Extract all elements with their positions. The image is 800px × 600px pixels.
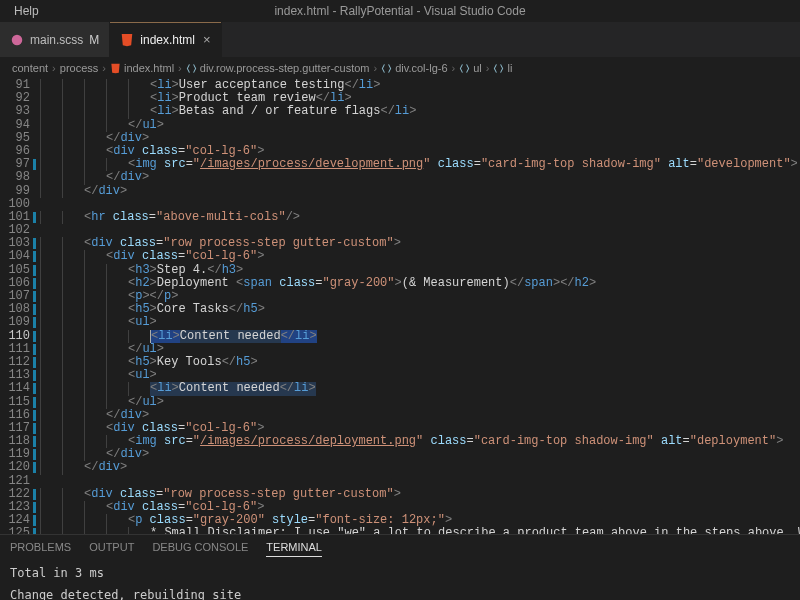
html-icon bbox=[120, 33, 134, 47]
menu-bar: Help bbox=[0, 0, 800, 22]
menu-help[interactable]: Help bbox=[8, 2, 45, 20]
modified-indicator: M bbox=[89, 33, 99, 47]
breadcrumb-seg[interactable]: content bbox=[12, 62, 48, 74]
panel-tab-output[interactable]: OUTPUT bbox=[89, 541, 134, 557]
breadcrumb-seg[interactable]: process bbox=[60, 62, 99, 74]
editor-tabs: main.scss M index.html × bbox=[0, 22, 800, 57]
panel-tab-terminal[interactable]: TERMINAL bbox=[266, 541, 322, 557]
breadcrumb-seg[interactable]: li bbox=[493, 62, 512, 74]
panel-tabs: PROBLEMS OUTPUT DEBUG CONSOLE TERMINAL bbox=[0, 535, 800, 560]
code-editor[interactable]: 9192939495969798991001011021031041051061… bbox=[0, 79, 800, 534]
brackets-icon bbox=[381, 63, 392, 74]
breadcrumb-seg[interactable]: ul bbox=[459, 62, 482, 74]
terminal-output[interactable]: Total in 3 ms Change detected, rebuildin… bbox=[0, 560, 800, 600]
svg-point-0 bbox=[12, 34, 23, 45]
panel-tab-problems[interactable]: PROBLEMS bbox=[10, 541, 71, 557]
close-icon[interactable]: × bbox=[203, 32, 211, 47]
tab-label: index.html bbox=[140, 33, 195, 47]
tab-label: main.scss bbox=[30, 33, 83, 47]
brackets-icon bbox=[186, 63, 197, 74]
brackets-icon bbox=[459, 63, 470, 74]
panel-tab-debug[interactable]: DEBUG CONSOLE bbox=[152, 541, 248, 557]
tab-main-scss[interactable]: main.scss M bbox=[0, 22, 110, 57]
breadcrumb-seg[interactable]: index.html bbox=[110, 62, 174, 74]
sass-icon bbox=[10, 33, 24, 47]
breadcrumb-seg[interactable]: div.row.process-step.gutter-custom bbox=[186, 62, 370, 74]
breadcrumb-seg[interactable]: div.col-lg-6 bbox=[381, 62, 447, 74]
line-numbers: 9192939495969798991001011021031041051061… bbox=[0, 79, 40, 534]
bottom-panel: PROBLEMS OUTPUT DEBUG CONSOLE TERMINAL T… bbox=[0, 534, 800, 600]
code-area[interactable]: <li>User acceptance testing</li><li>Prod… bbox=[40, 79, 800, 534]
brackets-icon bbox=[493, 63, 504, 74]
html-icon bbox=[110, 63, 121, 74]
breadcrumbs[interactable]: content› process› index.html› div.row.pr… bbox=[0, 57, 800, 79]
tab-index-html[interactable]: index.html × bbox=[110, 22, 221, 57]
